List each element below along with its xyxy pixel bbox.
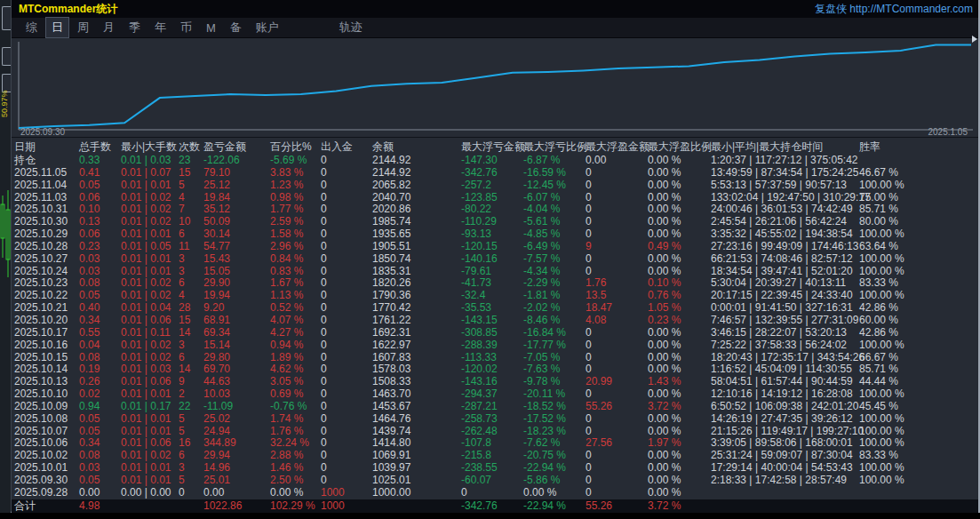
table-row[interactable]: 2025.10.010.030.01 | 0.01314.961.46 %010… (12, 462, 978, 475)
cell: -17.77 % (523, 339, 586, 352)
table-row[interactable]: 2025.10.070.050.01 | 0.01524.941.76 %014… (12, 426, 978, 438)
cell: 3 (179, 462, 203, 475)
menu-item-yue[interactable]: 月 (98, 18, 120, 37)
cell: 4.98 (79, 499, 121, 514)
cell: 29.90 (203, 277, 270, 290)
table-row[interactable]: 2025.10.300.130.01 | 0.021050.092.59 %01… (12, 216, 978, 228)
background-window-edge: 50.97% (0, 0, 11, 519)
chart-splitter-arrow-icon[interactable] (972, 36, 977, 43)
cell: 1.67 % (270, 277, 321, 290)
table-row[interactable]: 2025.10.090.940.01 | 0.1722-11.09-0.76 %… (12, 401, 978, 413)
table-row[interactable]: 2025.10.160.040.01 | 0.02315.140.94 %016… (12, 339, 978, 352)
table-row[interactable]: 2025.10.240.030.01 | 0.01315.050.83 %018… (12, 266, 978, 278)
cell: 344.89 (203, 437, 270, 450)
brand-link[interactable]: 复盘侠 http://MTCommander.com (815, 2, 973, 17)
table-row[interactable]: 2025.10.130.260.01 | 0.06944.633.05 %015… (12, 376, 978, 388)
menu-item-guiji[interactable]: 轨迹 (334, 18, 368, 37)
cell: -262.48 (461, 426, 523, 438)
table-row[interactable]: 2025.10.150.080.01 | 0.02629.801.89 %016… (12, 352, 978, 364)
table-row[interactable]: 2025.10.230.080.01 | 0.02629.901.67 %018… (12, 277, 978, 290)
cell: 0.00 (203, 487, 270, 499)
cell: -288.39 (461, 339, 523, 352)
cell: 0.05 (79, 426, 121, 438)
table-row[interactable]: 2025.09.300.050.01 | 0.01525.012.50 %010… (12, 475, 978, 487)
cell: 0.23 % (648, 315, 711, 327)
cell: 2025.10.17 (14, 327, 79, 339)
table-row[interactable]: 2025.09.280.000.00 | 0.0000.000.00 %1000… (12, 487, 978, 499)
table-row[interactable]: 2025.10.280.230.01 | 0.051154.772.96 %01… (12, 241, 978, 253)
table-row[interactable]: 2025.11.050.410.01 | 0.071579.103.83 %02… (12, 167, 978, 180)
cell: 46.67 % (859, 167, 978, 180)
cell: 16 (179, 437, 203, 450)
table-row[interactable]: 2025.10.170.550.01 | 0.111469.344.27 %01… (12, 327, 978, 339)
cell: 0.06 (79, 228, 121, 241)
menu-item-ri[interactable]: 日 (46, 18, 68, 37)
menu-item-m[interactable]: M (201, 20, 221, 36)
table-row[interactable]: 2025.10.220.050.01 | 0.02419.941.13 %017… (12, 290, 978, 302)
cell: 3.05 % (270, 376, 321, 388)
menu-item-zhou[interactable]: 周 (72, 18, 94, 37)
cell: 102.29 % (270, 499, 321, 514)
menu-item-zong[interactable]: 综 (20, 18, 43, 37)
table-row[interactable]: 2025.10.060.340.01 | 0.0616344.8932.24 %… (12, 437, 978, 450)
cell: 2025.10.31 (14, 204, 79, 216)
menu-item-ji[interactable]: 季 (123, 18, 146, 37)
cell: 100.00 % (859, 413, 978, 426)
chart-end-date-label: 2025.1.05 (928, 127, 968, 137)
table-row[interactable]: 持仓0.330.01 | 0.0323-122.06-5.69 %02144.9… (12, 155, 978, 167)
cell: 2025.11.03 (14, 192, 79, 204)
cell: -7.57 % (523, 253, 586, 266)
cell: -110.29 (461, 216, 523, 228)
cell: 胜率 (859, 139, 978, 155)
menu-item-bei[interactable]: 备 (225, 18, 247, 37)
table-row[interactable]: 2025.11.040.050.01 | 0.01525.121.23 %020… (12, 180, 978, 192)
cell: 24:00:46 | 36:01:53 | 74:42:49 (711, 204, 859, 216)
cell: 0.49 % (648, 241, 711, 253)
cell: 55.26 (586, 499, 648, 514)
table-row[interactable]: 2025.10.210.400.01 | 0.04289.200.52 %017… (12, 302, 978, 315)
cell: 2025.10.09 (14, 401, 79, 413)
cell: 1622.97 (372, 339, 461, 352)
menu-item-bi[interactable]: 币 (175, 18, 197, 37)
menu-item-zhanghu[interactable]: 账户 (251, 18, 284, 37)
table-row[interactable]: 2025.10.100.020.01 | 0.01210.030.69 %014… (12, 388, 978, 401)
table-row[interactable]: 2025.10.200.340.01 | 0.061568.914.07 %01… (12, 315, 978, 327)
cell: 2025.10.08 (14, 413, 79, 426)
cell: 0.01 | 0.03 (121, 363, 179, 376)
cell: 0 (586, 180, 648, 192)
table-row[interactable]: 2025.10.140.190.01 | 0.031469.704.62 %01… (12, 363, 978, 376)
cell: -4.04 % (523, 204, 586, 216)
cell (711, 487, 859, 499)
table-row[interactable]: 2025.10.270.030.01 | 0.01315.430.84 %018… (12, 253, 978, 266)
cell: 4.27 % (270, 327, 321, 339)
cell: 14:26:19 | 27:47:35 | 39:26:12 (711, 413, 859, 426)
cell: 42.86 % (859, 327, 978, 339)
cell: 0 (321, 204, 372, 216)
equity-chart[interactable]: 2025.09.30 2025.1.05 (12, 38, 978, 138)
cell: -147.30 (461, 155, 523, 167)
cell: 0 (586, 413, 648, 426)
equity-curve (12, 38, 978, 138)
table-row[interactable]: 2025.10.310.100.01 | 0.02735.121.77 %020… (12, 204, 978, 216)
cell: -308.85 (461, 327, 523, 339)
table-row[interactable]: 2025.10.290.060.01 | 0.01630.141.58 %019… (12, 228, 978, 241)
cell: -32.4 (461, 290, 523, 302)
cell: 2025.11.05 (14, 167, 79, 180)
cell: 32.24 % (270, 437, 321, 450)
cell: 2025.11.04 (14, 180, 79, 192)
menu-item-nian[interactable]: 年 (149, 18, 171, 37)
cell: -5.61 % (523, 216, 586, 228)
cell: -342.76 (461, 499, 523, 514)
cell: 44.63 (203, 376, 270, 388)
cell: 2025.10.20 (14, 315, 79, 327)
table-row[interactable]: 2025.10.020.080.01 | 0.02629.942.88 %010… (12, 450, 978, 462)
cell: 0.03 (79, 462, 121, 475)
table-row[interactable]: 2025.11.030.060.01 | 0.02419.840.98 %020… (12, 192, 978, 204)
cell: 100.00 % (859, 180, 978, 192)
cell: -22.94 % (523, 462, 586, 475)
table-row[interactable]: 2025.10.080.050.01 | 0.01525.021.74 %014… (12, 413, 978, 426)
cell: -20.11 % (523, 388, 586, 401)
cell: 3 (179, 253, 203, 266)
cell: 2025.10.16 (14, 339, 79, 352)
cell: 2025.10.21 (14, 302, 79, 315)
